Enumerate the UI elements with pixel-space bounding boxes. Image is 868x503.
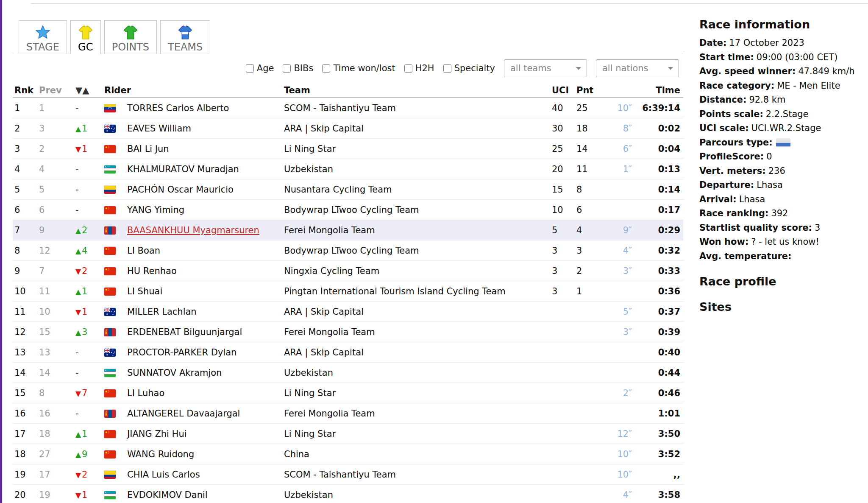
- race-info-label: Distance:: [699, 95, 746, 105]
- chevron-down-icon: [576, 67, 581, 70]
- bibs-checkbox-label: BIBs: [283, 63, 313, 73]
- rider-link[interactable]: TORRES Carlos Alberto: [127, 103, 229, 113]
- team-link[interactable]: ARA | Skip Capital: [284, 307, 364, 317]
- rider-link[interactable]: LI Boan: [127, 246, 160, 256]
- pcs-points-cell: 18: [572, 123, 604, 134]
- rank-cell: 10: [13, 286, 37, 296]
- tab-stage[interactable]: STAGE: [19, 20, 67, 54]
- prev-rank-cell: 11: [37, 286, 68, 296]
- col-header-pnt[interactable]: Pnt: [572, 85, 604, 95]
- team-cell: Bodywrap LTwoo Cycling Team: [280, 205, 547, 215]
- race-info-value: 47.849 km/h: [798, 66, 854, 76]
- rank-change-cell: ▼1: [68, 144, 101, 154]
- rider-link[interactable]: YANG Yiming: [127, 205, 184, 215]
- team-link[interactable]: Li Ning Star: [284, 388, 336, 398]
- select-value: all nations: [602, 63, 648, 73]
- team-link[interactable]: ARA | Skip Capital: [284, 347, 364, 358]
- uci-points-cell: 40: [547, 103, 572, 113]
- tab-gc[interactable]: GC: [70, 20, 101, 55]
- rider-link[interactable]: MILLER Lachlan: [127, 307, 197, 317]
- team-link[interactable]: Li Ning Star: [284, 429, 336, 439]
- age-checkbox[interactable]: [246, 64, 254, 73]
- team-link[interactable]: Ningxia Cycling Team: [284, 266, 379, 276]
- team-link[interactable]: Ferei Mongolia Team: [284, 327, 375, 337]
- team-link[interactable]: ARA | Skip Capital: [284, 123, 364, 134]
- rank-cell: 6: [13, 205, 37, 215]
- rider-link[interactable]: PROCTOR-PARKER Dylan: [127, 347, 236, 358]
- rider-link[interactable]: KHALMURATOV Muradjan: [127, 164, 239, 174]
- team-link[interactable]: Uzbekistan: [284, 490, 333, 500]
- up-triangle-icon: ▲: [75, 226, 81, 235]
- race-info-line-vert-meters: Vert. meters:236: [699, 164, 868, 179]
- rider-cell: HU Renhao: [124, 266, 280, 276]
- teams-filter-select[interactable]: all teams: [504, 59, 587, 77]
- race-info-line-avg-speed-winner: Avg. speed winner:47.849 km/h: [699, 64, 868, 79]
- team-link[interactable]: Ferei Mongolia Team: [284, 225, 375, 235]
- time-won-lost-checkbox[interactable]: [322, 64, 330, 73]
- flag-cell: [101, 469, 124, 480]
- flag-cell: [101, 246, 124, 256]
- race-info-value: 3: [815, 223, 820, 233]
- rider-link[interactable]: ERDENEBAT Bilguunjargal: [127, 327, 242, 337]
- team-link[interactable]: SCOM - Taishantiyu Team: [284, 103, 396, 113]
- col-header-team[interactable]: Team: [280, 85, 547, 95]
- rider-cell: YANG Yiming: [124, 205, 280, 215]
- rider-link[interactable]: BAASANKHUU Myagmarsuren: [127, 225, 259, 235]
- race-info-label: Date:: [699, 38, 726, 48]
- col-header-rnk[interactable]: Rnk: [13, 85, 37, 95]
- flag-cell: [101, 103, 124, 113]
- team-cell: Li Ning Star: [280, 144, 547, 154]
- rider-link[interactable]: PACHÓN Oscar Mauricio: [127, 184, 234, 195]
- col-header-uci[interactable]: UCI: [547, 85, 572, 95]
- team-link[interactable]: SCOM - Taishantiyu Team: [284, 469, 396, 480]
- rider-link[interactable]: JIANG Zhi Hui: [127, 429, 187, 439]
- time-gap-cell: 0:29: [634, 225, 683, 235]
- team-cell: Li Ning Star: [280, 429, 547, 439]
- team-link[interactable]: Ferei Mongolia Team: [284, 408, 375, 419]
- rider-cell: LI Luhao: [124, 388, 280, 398]
- col-header-prev[interactable]: Prev: [37, 85, 68, 95]
- race-info-value[interactable]: ? - let us know!: [751, 237, 819, 247]
- tab-points[interactable]: POINTS: [104, 20, 157, 54]
- team-link[interactable]: Uzbekistan: [284, 368, 333, 378]
- team-link[interactable]: China: [284, 449, 309, 459]
- rider-link[interactable]: CHIA Luis Carlos: [127, 469, 200, 480]
- race-info-label: UCI scale:: [699, 123, 749, 133]
- prev-rank-cell: 14: [37, 368, 68, 378]
- col-header-rider[interactable]: Rider: [101, 85, 280, 95]
- flag-mn-icon: [104, 410, 116, 418]
- time-gap-cell: 3:52: [634, 449, 683, 459]
- rider-link[interactable]: EVDOKIMOV Danil: [127, 490, 208, 500]
- col-header-change[interactable]: ▼▲: [68, 85, 101, 95]
- rider-link[interactable]: HU Renhao: [127, 266, 177, 276]
- rider-link[interactable]: LI Shuai: [127, 286, 162, 296]
- checkbox-label-text: Age: [257, 63, 274, 73]
- rider-link[interactable]: SUNNATOV Akramjon: [127, 368, 222, 378]
- h2h-checkbox[interactable]: [404, 64, 412, 73]
- team-link[interactable]: Bodywrap LTwoo Cycling Team: [284, 246, 419, 256]
- table-row: 1827▲9WANG RuidongChina10″3:52: [13, 444, 683, 464]
- team-link[interactable]: Pingtan International Tourism Island Cyc…: [284, 286, 506, 296]
- team-link[interactable]: Uzbekistan: [284, 164, 333, 174]
- rider-link[interactable]: LI Luhao: [127, 388, 164, 398]
- team-cell: ARA | Skip Capital: [280, 307, 547, 317]
- bonus-seconds-cell: 6″: [604, 144, 634, 154]
- tab-teams[interactable]: TEAMS: [160, 20, 210, 54]
- team-link[interactable]: Li Ning Star: [284, 144, 336, 154]
- flag-ve-icon: [104, 104, 116, 112]
- team-link[interactable]: Nusantara Cycling Team: [284, 184, 392, 195]
- specialty-checkbox[interactable]: [443, 64, 451, 73]
- flag-cn-icon: [104, 206, 116, 214]
- table-row: 44-KHALMURATOV MuradjanUzbekistan20111″0…: [13, 159, 683, 179]
- rider-link[interactable]: EAVES William: [127, 123, 191, 134]
- table-row: 97▼2HU RenhaoNingxia Cycling Team323″0:3…: [13, 261, 683, 281]
- team-link[interactable]: Bodywrap LTwoo Cycling Team: [284, 205, 419, 215]
- uci-points-cell: 10: [547, 205, 572, 215]
- change-amount: 3: [82, 327, 87, 337]
- rider-link[interactable]: WANG Ruidong: [127, 449, 194, 459]
- rider-link[interactable]: BAI Li Jun: [127, 144, 169, 154]
- bibs-checkbox[interactable]: [283, 64, 291, 73]
- nations-filter-select[interactable]: all nations: [596, 59, 679, 77]
- rider-link[interactable]: ALTANGEREL Davaajargal: [127, 408, 240, 419]
- col-header-time[interactable]: Time: [634, 85, 683, 95]
